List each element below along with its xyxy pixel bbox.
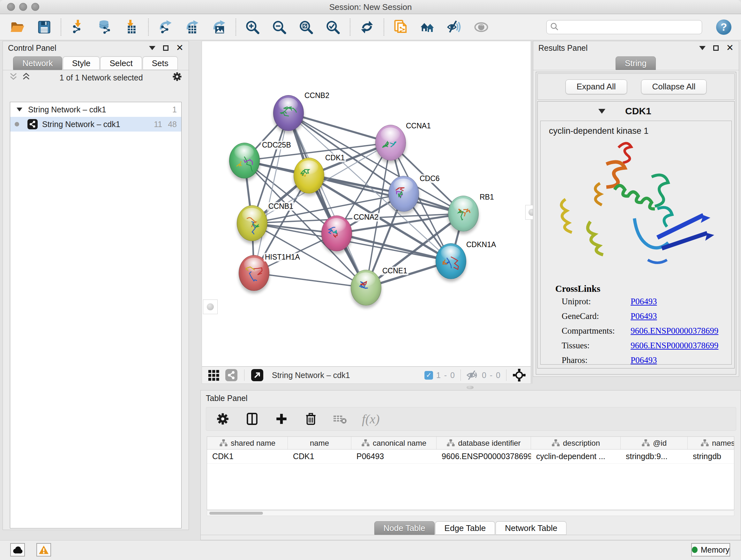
zoom-in-icon[interactable] — [245, 19, 260, 35]
float-menu-icon[interactable] — [149, 46, 155, 50]
float-window-icon[interactable] — [713, 45, 719, 51]
export-image-icon[interactable] — [211, 19, 226, 35]
column-header-namespace[interactable]: namespace — [688, 437, 734, 449]
table-cell[interactable]: stringdb — [688, 449, 734, 463]
collapse-all-networks-icon[interactable] — [9, 72, 17, 83]
table-cell[interactable]: P06493 — [351, 449, 436, 463]
network-node-ccnb1[interactable] — [237, 205, 267, 241]
main-toolbar: ? — [0, 14, 741, 40]
network-node-cdkn1a[interactable] — [435, 243, 466, 279]
network-node-rb1[interactable] — [448, 196, 479, 232]
expand-all-button[interactable]: Expand All — [565, 79, 627, 94]
tab-network-table[interactable]: Network Table — [495, 521, 566, 535]
search-box[interactable] — [546, 20, 702, 34]
column-header-canonical-name[interactable]: canonical name — [351, 437, 436, 449]
crosslink-link[interactable]: P06493 — [630, 297, 657, 307]
refresh-network-icon[interactable] — [359, 19, 375, 35]
tab-string[interactable]: String — [616, 57, 656, 70]
table-cell[interactable]: 9606.ENSP00000378699 — [436, 449, 531, 463]
column-header-description[interactable]: description — [531, 437, 621, 449]
string-home-icon[interactable] — [420, 19, 435, 35]
birds-eye-view-icon[interactable] — [512, 368, 527, 383]
network-node-cdk1[interactable] — [293, 158, 324, 193]
export-network-icon[interactable] — [158, 19, 173, 35]
crosslink-link[interactable]: P06493 — [630, 311, 657, 321]
table-cell[interactable]: stringdb:9... — [621, 449, 688, 463]
network-row[interactable]: String Network – cdk1 11 48 — [10, 117, 181, 132]
duplicate-network-icon[interactable] — [393, 19, 408, 35]
crosslink-link[interactable]: P06493 — [630, 355, 657, 365]
zoom-out-icon[interactable] — [272, 19, 287, 35]
node-label-cdc25b: CDC25B — [261, 141, 292, 149]
table-horizontal-scrollbar[interactable] — [207, 510, 734, 516]
network-node-ccna1[interactable] — [375, 125, 406, 161]
tab-node-table[interactable]: Node Table — [374, 521, 434, 535]
table-cell[interactable]: cyclin-dependent ... — [531, 449, 621, 463]
node-result-header[interactable]: CDK1 — [538, 102, 734, 121]
crosslink-link[interactable]: 9606.ENSP00000378699 — [630, 341, 718, 351]
expand-all-networks-icon[interactable] — [22, 72, 30, 83]
network-node-cdc6[interactable] — [388, 176, 419, 212]
search-input[interactable] — [559, 23, 698, 32]
protein-thumbnail — [300, 169, 318, 188]
show-columns-icon[interactable] — [245, 411, 260, 427]
network-node-cdc25b[interactable] — [229, 143, 260, 179]
results-panel-title: Results Panel — [538, 44, 588, 53]
warning-button[interactable] — [37, 543, 51, 557]
network-node-ccne1[interactable] — [351, 270, 381, 306]
collapse-entry-icon[interactable] — [598, 109, 605, 114]
table-row[interactable]: CDK1CDK1P064939606.ENSP00000378699cyclin… — [207, 449, 734, 463]
memory-button[interactable]: Memory — [691, 543, 730, 557]
toggle-graphics-details-icon[interactable] — [447, 19, 462, 35]
tab-edge-table[interactable]: Edge Table — [435, 521, 495, 535]
export-table-icon[interactable] — [185, 19, 200, 35]
network-share-icon[interactable] — [224, 368, 239, 383]
column-header-database-identifier[interactable]: database identifier — [436, 437, 531, 449]
crosslink-label: Compartments: — [541, 326, 630, 336]
collection-label: String Network – cdk1 — [28, 105, 106, 114]
network-node-ccna2[interactable] — [321, 215, 352, 251]
horizontal-splitter-handle[interactable] — [467, 386, 474, 389]
left-splitter-handle[interactable] — [203, 300, 218, 314]
save-session-icon[interactable] — [37, 19, 52, 35]
collection-expander-icon[interactable] — [17, 108, 22, 111]
network-collection-row[interactable]: String Network – cdk1 1 — [10, 102, 181, 117]
network-canvas[interactable]: CCNB2 CCNA1 CDC25B CDK1 CDC6 RB1 CCNB1 C… — [202, 41, 531, 367]
node-label-cdkn1a: CDKN1A — [465, 240, 497, 249]
float-window-icon[interactable] — [163, 45, 169, 51]
open-session-icon[interactable] — [10, 19, 25, 35]
delete-column-icon[interactable] — [303, 411, 319, 427]
help-button[interactable]: ? — [716, 19, 731, 35]
crosslink-link[interactable]: 9606.ENSP00000378699 — [630, 326, 718, 336]
collapse-all-button[interactable]: Collapse All — [641, 79, 707, 94]
tab-style[interactable]: Style — [63, 57, 100, 70]
import-table-icon[interactable] — [124, 19, 139, 35]
close-icon[interactable]: ✕ — [176, 44, 184, 52]
table-cell[interactable]: CDK1 — [207, 449, 288, 463]
gear-icon[interactable] — [215, 411, 230, 427]
column-header-shared-name[interactable]: shared name — [207, 437, 288, 449]
float-menu-icon[interactable] — [699, 46, 705, 50]
gear-icon[interactable] — [172, 71, 182, 84]
network-node-ccnb2[interactable] — [273, 95, 304, 131]
import-database-icon[interactable] — [97, 19, 112, 35]
close-icon[interactable]: ✕ — [726, 44, 734, 52]
zoom-fit-icon[interactable] — [299, 19, 314, 35]
tab-sets[interactable]: Sets — [143, 57, 178, 70]
tab-select[interactable]: Select — [100, 57, 142, 70]
column-header--id[interactable]: @id — [621, 437, 688, 449]
zoom-selected-icon[interactable] — [326, 19, 341, 35]
import-network-icon[interactable] — [70, 19, 85, 35]
column-header-name[interactable]: name — [288, 437, 351, 449]
table-tabs: Node TableEdge TableNetwork Table — [201, 519, 741, 535]
add-column-icon[interactable] — [274, 411, 289, 427]
selected-checkbox-icon[interactable]: ✓ — [424, 371, 433, 380]
shared-column-icon — [642, 439, 650, 447]
cloud-button[interactable] — [10, 543, 25, 557]
scrollbar-thumb[interactable] — [209, 512, 263, 515]
table-cell[interactable]: CDK1 — [288, 449, 351, 463]
tab-network[interactable]: Network — [13, 57, 62, 70]
inactive-eye-icon[interactable] — [474, 19, 489, 35]
grid-view-icon[interactable] — [206, 368, 221, 383]
detach-view-icon[interactable] — [250, 368, 265, 383]
